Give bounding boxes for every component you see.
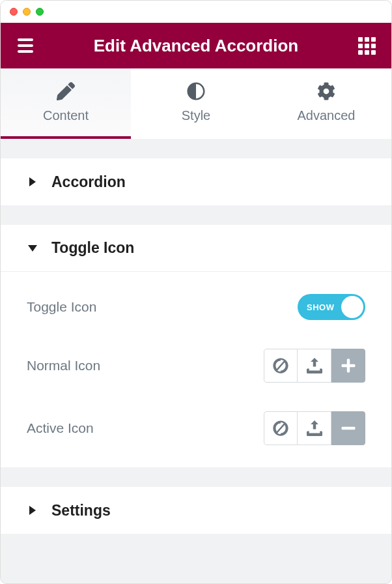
- upload-icon: [307, 420, 322, 436]
- minus-icon: [341, 420, 356, 436]
- section-header-toggle-icon[interactable]: Toggle Icon: [1, 225, 391, 272]
- normal-icon-selected-button[interactable]: [331, 349, 365, 383]
- tab-content[interactable]: Content: [1, 68, 131, 139]
- row-toggle-icon-switch: Toggle Icon SHOW: [1, 280, 391, 334]
- spacer: [1, 139, 391, 158]
- tab-style[interactable]: Style: [131, 68, 261, 139]
- normal-icon-none-button[interactable]: [264, 349, 298, 383]
- section-title: Accordion: [51, 173, 126, 191]
- row-active-icon: Active Icon: [1, 397, 391, 460]
- section-header-settings[interactable]: Settings: [1, 487, 391, 534]
- section-accordion: Accordion: [1, 158, 391, 205]
- row-label: Active Icon: [27, 420, 94, 436]
- section-toggle-icon: Toggle Icon Toggle Icon SHOW Normal Icon: [1, 225, 391, 467]
- caret-down-icon: [28, 245, 37, 252]
- mac-maximize-dot[interactable]: [36, 8, 44, 16]
- hamburger-icon: [18, 38, 33, 53]
- section-header-accordion[interactable]: Accordion: [1, 158, 391, 205]
- mac-minimize-dot[interactable]: [23, 8, 31, 16]
- switch-knob: [341, 296, 363, 318]
- normal-icon-upload-button[interactable]: [298, 349, 331, 383]
- normal-icon-picker: [264, 349, 365, 383]
- tabs: Content Style Advanced: [1, 68, 391, 139]
- active-icon-picker: [264, 411, 365, 445]
- tab-advanced[interactable]: Advanced: [261, 68, 391, 139]
- editor-header: Edit Advanced Accordion: [1, 23, 391, 68]
- bottom-fill: [1, 534, 391, 583]
- page-title: Edit Advanced Accordion: [36, 36, 356, 56]
- pencil-icon: [57, 82, 75, 100]
- adjust-icon: [187, 82, 205, 100]
- mac-close-dot[interactable]: [10, 8, 18, 16]
- active-icon-selected-button[interactable]: [331, 411, 365, 445]
- toggle-icon-switch[interactable]: SHOW: [298, 294, 365, 320]
- tab-label: Content: [43, 108, 89, 123]
- upload-icon: [307, 358, 322, 373]
- active-icon-upload-button[interactable]: [298, 411, 331, 445]
- section-body-toggle-icon: Toggle Icon SHOW Normal Icon: [1, 272, 391, 467]
- widgets-button[interactable]: [356, 35, 377, 56]
- mac-titlebar: [1, 1, 391, 23]
- caret-right-icon: [28, 177, 37, 186]
- gear-icon: [317, 82, 335, 100]
- caret-right-icon: [28, 506, 37, 515]
- section-title: Toggle Icon: [51, 239, 134, 257]
- row-label: Normal Icon: [27, 358, 100, 373]
- tab-label: Style: [182, 108, 210, 123]
- spacer: [1, 205, 391, 225]
- menu-button[interactable]: [15, 35, 36, 56]
- ban-icon: [273, 420, 288, 436]
- active-icon-none-button[interactable]: [264, 411, 298, 445]
- tab-label: Advanced: [298, 108, 356, 123]
- row-normal-icon: Normal Icon: [1, 334, 391, 397]
- switch-label: SHOW: [307, 302, 334, 312]
- row-label: Toggle Icon: [27, 299, 96, 315]
- spacer: [1, 467, 391, 487]
- grid-icon: [358, 37, 376, 55]
- plus-icon: [341, 358, 356, 373]
- ban-icon: [273, 358, 288, 373]
- section-settings: Settings: [1, 487, 391, 534]
- section-title: Settings: [51, 502, 111, 519]
